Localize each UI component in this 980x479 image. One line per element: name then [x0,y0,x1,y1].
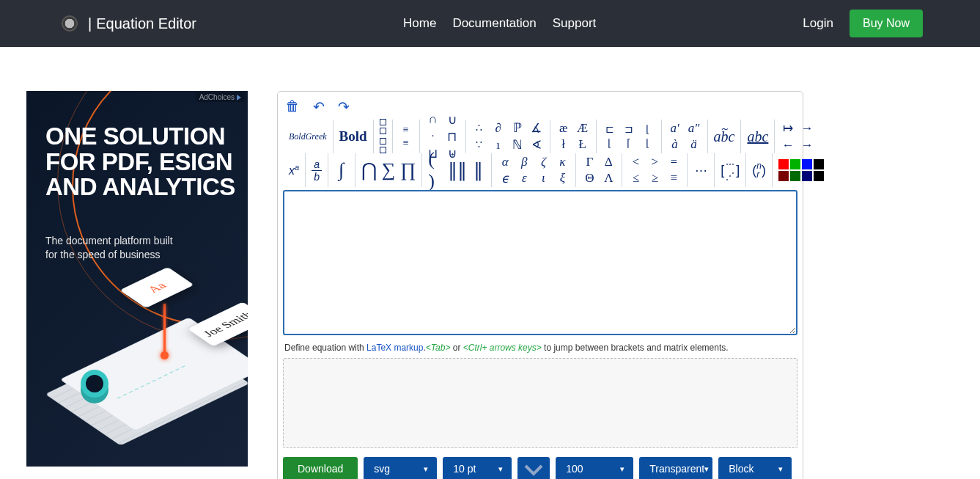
arrow-right2-button[interactable]: → [800,138,814,153]
nav-home[interactable]: Home [403,16,436,31]
sqsub-button[interactable]: ⊏ [603,123,617,136]
cdots-button[interactable]: ⋯ [693,163,708,178]
a-umlaut-button[interactable]: ä [687,137,701,152]
Gamma-button[interactable]: Γ [582,155,597,169]
lfloor-button[interactable]: ⌊ [641,123,655,136]
cup-button[interactable]: ∪ [445,112,460,128]
nav-support[interactable]: Support [553,16,597,31]
underline-button[interactable]: abc [747,128,768,145]
a-grave-button[interactable]: à [668,137,682,152]
therefore-button[interactable]: ∴ [472,120,487,136]
latex-markup-link[interactable]: LaTeX markup [366,343,423,353]
Delta-button[interactable]: Δ [601,155,616,169]
fontsize-select[interactable]: 10 pt▾ [443,457,512,479]
prob-button[interactable]: ℙ [510,120,525,136]
superscript-button[interactable]: xa [289,163,299,178]
ad-banner[interactable]: AdChoices ONE SOLUTION FOR PDF, ESIGN AN… [26,91,248,467]
ad-headline-l2: FOR PDF, ESIGN [45,150,235,175]
angle2-button[interactable]: ∢ [529,137,544,153]
Lambda-button[interactable]: Λ [601,171,616,186]
arrows-grid: ↦ → ← → [781,121,814,153]
swatch-black[interactable] [814,159,824,169]
nat-button[interactable]: ℕ [510,137,525,153]
partial-button[interactable]: ∂ [491,120,506,136]
parens-button[interactable]: ( ) [428,148,444,192]
undo-icon[interactable]: ↶ [313,98,325,115]
arrow-left-button[interactable]: ← [781,138,795,153]
sqcap-button[interactable]: ⊓ [445,129,460,145]
format-select[interactable]: svg▾ [364,457,437,479]
dot-button[interactable]: · [426,129,441,145]
swatch-black2[interactable] [814,171,824,181]
norm-button[interactable]: ∥∥ [449,159,466,182]
sum-button[interactable]: ∑ [381,159,396,181]
trash-icon[interactable]: 🗑 [286,98,300,115]
bold-button[interactable]: Bold [339,128,367,145]
beta-button[interactable]: β [517,155,531,169]
redo-icon[interactable]: ↷ [338,98,350,115]
swatch-darkred[interactable] [778,171,789,181]
swatch-darkgreen[interactable] [790,171,800,181]
greek-uc-grid: Γ Δ Θ Λ [582,155,616,186]
alpha-button[interactable]: α [498,155,512,169]
swatch-blue[interactable] [802,159,812,169]
lstroke-uc-button[interactable]: Ł [575,137,590,152]
eq-button[interactable]: = [666,155,681,169]
bigcap-button[interactable]: ⋂ [361,159,377,182]
swatch-green[interactable] [790,159,800,169]
dotless-i-button[interactable]: ı [491,137,506,153]
cap-button[interactable]: ∩ [426,112,441,128]
iota-button[interactable]: ι [536,171,550,186]
toolbar-row-1: BoldGreek Bold ≡ ≡ [283,120,797,153]
xi-button[interactable]: ξ [555,171,570,186]
alignment-button[interactable]: ≡ ≡ [399,124,413,149]
lt-button[interactable]: < [628,155,643,169]
sqsup-button[interactable]: ⊐ [622,123,636,136]
brand[interactable]: | Equation Editor [62,15,196,32]
epsilon-button[interactable]: ε [517,171,531,186]
ae-uc-button[interactable]: Æ [575,121,590,136]
swatch-darkblue[interactable] [802,171,812,181]
varepsilon-button[interactable]: ϵ [498,171,512,186]
zoom-select[interactable]: 100▾ [556,457,633,479]
a-prime-button[interactable]: a′ [668,121,682,136]
export-controls: Download svg▾ 10 pt▾ 100▾ Transparent▾ B… [283,448,797,479]
bold-greek-button[interactable]: BoldGreek [289,131,327,142]
zeta-button[interactable]: ζ [536,155,550,169]
color-swatches [778,159,824,181]
geq-button[interactable]: ≥ [647,171,662,186]
latex-input[interactable] [283,190,797,335]
binom-button[interactable]: (nr) [752,161,766,179]
angle-button[interactable]: ∡ [529,120,544,136]
buy-button[interactable]: Buy Now [850,10,923,37]
box-pair-button[interactable] [380,118,386,155]
display-select[interactable]: Block▾ [718,457,792,479]
Theta-button[interactable]: Θ [582,171,597,186]
color-picker-button[interactable] [517,457,550,479]
download-button[interactable]: Download [283,457,358,479]
nav-docs[interactable]: Documentation [452,16,536,31]
login-link[interactable]: Login [803,16,833,31]
gt-button[interactable]: > [647,155,662,169]
lstroke-lc-button[interactable]: ł [556,137,571,152]
arrow-right-button[interactable]: → [800,121,814,136]
prod-button[interactable]: ∏ [400,159,416,181]
mapsto-button[interactable]: ↦ [781,121,795,136]
integral-button[interactable]: ∫ [334,159,349,181]
because-button[interactable]: ∵ [472,137,487,153]
matrix-button[interactable]: [⋯⋰] [721,160,740,180]
kappa-button[interactable]: κ [555,155,570,169]
background-select[interactable]: Transparent▾ [639,457,712,479]
equiv-button[interactable]: ≡ [666,171,681,186]
lceil-button[interactable]: ⌈ [622,137,636,150]
lfloor3-button[interactable]: ⌊ [641,137,655,150]
a-dprime-button[interactable]: a″ [687,121,701,136]
hat-button[interactable]: ～abc [714,128,735,145]
parallel-button[interactable]: ∥ [471,159,485,182]
swatch-red[interactable] [778,159,789,169]
fraction-button[interactable]: a b [312,158,322,183]
lfloor2-button[interactable]: ⌊ [603,137,617,150]
ad-headline: ONE SOLUTION FOR PDF, ESIGN AND ANALYTIC… [45,124,235,200]
ae-lc-button[interactable]: æ [556,121,571,136]
leq-button[interactable]: ≤ [628,171,643,186]
